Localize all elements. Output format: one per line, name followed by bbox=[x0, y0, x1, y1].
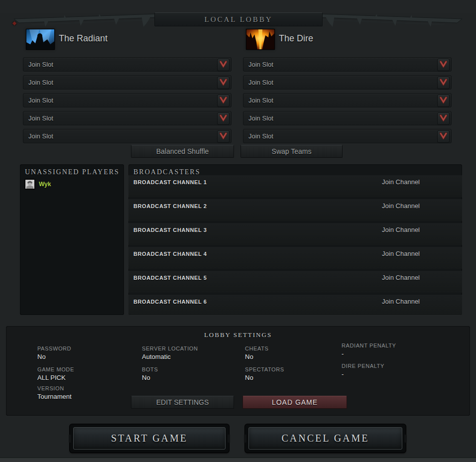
setting-label: PASSWORD bbox=[37, 346, 71, 351]
slot-label: Join Slot bbox=[23, 94, 231, 107]
unassigned-players-title: UNASSIGNED PLAYERS bbox=[20, 164, 124, 176]
setting-value: No bbox=[37, 353, 71, 360]
setting-label: VERSION bbox=[37, 385, 72, 391]
slot-label: Join Slot bbox=[243, 129, 451, 143]
setting-dire-penalty: DIRE PENALTY - bbox=[342, 363, 384, 378]
setting-label: SPECTATORS bbox=[245, 366, 284, 372]
setting-value: No bbox=[245, 353, 268, 360]
player-row[interactable]: Wyk bbox=[25, 179, 51, 189]
join-channel-link[interactable]: Join Channel bbox=[382, 274, 420, 281]
slot-label: Join Slot bbox=[23, 76, 231, 89]
chevron-down-icon[interactable] bbox=[217, 59, 230, 71]
edit-settings-button[interactable]: EDIT SETTINGS bbox=[131, 396, 234, 409]
setting-bots: BOTS No bbox=[142, 366, 158, 381]
page-title: LOCAL LOBBY bbox=[154, 12, 323, 26]
balanced-shuffle-button[interactable]: Balanced Shuffle bbox=[131, 145, 234, 158]
lobby-settings-title: LOBBY SETTINGS bbox=[6, 331, 470, 339]
radiant-slot-5[interactable]: Join Slot bbox=[23, 129, 232, 143]
setting-value: No bbox=[142, 374, 158, 381]
radiant-slot-1[interactable]: Join Slot bbox=[23, 57, 232, 72]
setting-label: DIRE PENALTY bbox=[342, 363, 384, 369]
header-thorn-ornament-right bbox=[321, 13, 462, 28]
broadcast-channel-name: BROADCAST CHANNEL 1 bbox=[133, 179, 207, 185]
swap-teams-button[interactable]: Swap Teams bbox=[240, 145, 343, 158]
cancel-game-button[interactable]: CANCEL GAME bbox=[245, 424, 406, 453]
setting-label: BOTS bbox=[142, 366, 158, 372]
setting-cheats: CHEATS No bbox=[245, 346, 268, 360]
setting-value: ALL PICK bbox=[37, 374, 74, 381]
start-game-label: START GAME bbox=[73, 427, 226, 450]
setting-value: - bbox=[342, 350, 396, 357]
dire-slot-5[interactable]: Join Slot bbox=[243, 129, 452, 143]
broadcasters-title: BROADCASTERS bbox=[128, 164, 462, 176]
setting-value: Tournament bbox=[37, 393, 72, 400]
join-channel-link[interactable]: Join Channel bbox=[382, 178, 420, 186]
dire-slot-1[interactable]: Join Slot bbox=[243, 57, 452, 72]
setting-spectators: SPECTATORS No bbox=[245, 366, 284, 381]
setting-server-location: SERVER LOCATION Automatic bbox=[142, 346, 198, 360]
broadcast-channel-name: BROADCAST CHANNEL 4 bbox=[133, 251, 207, 257]
corner-gem-ornament bbox=[12, 21, 16, 25]
broadcast-channel-row: BROADCAST CHANNEL 3 Join Channel bbox=[128, 223, 462, 245]
chevron-down-icon[interactable] bbox=[437, 113, 450, 125]
radiant-slot-3[interactable]: Join Slot bbox=[23, 93, 232, 108]
setting-radiant-penalty: RADIANT PENALTY - bbox=[342, 343, 396, 357]
start-game-button[interactable]: START GAME bbox=[70, 424, 229, 453]
dire-icon bbox=[246, 29, 275, 50]
broadcast-channel-name: BROADCAST CHANNEL 2 bbox=[133, 203, 207, 209]
player-name: Wyk bbox=[39, 181, 51, 188]
slot-label: Join Slot bbox=[243, 94, 451, 107]
chevron-down-icon[interactable] bbox=[217, 77, 230, 89]
slot-label: Join Slot bbox=[23, 112, 231, 125]
dire-slot-3[interactable]: Join Slot bbox=[243, 93, 452, 108]
player-avatar bbox=[25, 179, 35, 189]
broadcasters-panel: BROADCASTERS BROADCAST CHANNEL 1 Join Ch… bbox=[128, 164, 462, 315]
dire-slot-4[interactable]: Join Slot bbox=[243, 111, 452, 125]
chevron-down-icon[interactable] bbox=[437, 77, 450, 89]
cancel-game-label: CANCEL GAME bbox=[248, 427, 402, 450]
broadcast-channel-row: BROADCAST CHANNEL 5 Join Channel bbox=[128, 271, 462, 293]
slot-label: Join Slot bbox=[23, 129, 231, 143]
broadcast-channel-name: BROADCAST CHANNEL 3 bbox=[133, 227, 207, 233]
setting-label: RADIANT PENALTY bbox=[342, 343, 396, 348]
chevron-down-icon[interactable] bbox=[437, 95, 450, 107]
slot-label: Join Slot bbox=[243, 76, 451, 89]
setting-game-mode: GAME MODE ALL PICK bbox=[37, 366, 74, 381]
chevron-down-icon[interactable] bbox=[437, 59, 450, 71]
broadcast-channel-row: BROADCAST CHANNEL 4 Join Channel bbox=[128, 247, 462, 269]
setting-value: - bbox=[342, 370, 384, 378]
setting-label: SERVER LOCATION bbox=[142, 346, 198, 351]
bottom-strip bbox=[0, 458, 476, 462]
chevron-down-icon[interactable] bbox=[217, 113, 230, 125]
broadcast-channel-row: BROADCAST CHANNEL 6 Join Channel bbox=[128, 295, 462, 315]
setting-value: Automatic bbox=[142, 353, 198, 360]
radiant-slot-4[interactable]: Join Slot bbox=[23, 111, 232, 125]
chevron-down-icon[interactable] bbox=[217, 130, 230, 143]
slot-label: Join Slot bbox=[243, 58, 451, 71]
top-strip bbox=[0, 0, 476, 13]
broadcast-channel-row: BROADCAST CHANNEL 1 Join Channel bbox=[128, 175, 462, 197]
slot-label: Join Slot bbox=[23, 58, 231, 71]
join-channel-link[interactable]: Join Channel bbox=[382, 226, 420, 233]
header-thorn-ornament-left bbox=[14, 13, 155, 28]
radiant-slot-2[interactable]: Join Slot bbox=[23, 75, 232, 90]
broadcast-channel-row: BROADCAST CHANNEL 2 Join Channel bbox=[128, 199, 462, 221]
setting-label: GAME MODE bbox=[37, 366, 74, 372]
dire-slot-2[interactable]: Join Slot bbox=[243, 75, 452, 90]
join-channel-link[interactable]: Join Channel bbox=[382, 202, 420, 210]
join-channel-link[interactable]: Join Channel bbox=[382, 250, 420, 257]
lobby-settings-panel: LOBBY SETTINGS bbox=[6, 326, 470, 416]
setting-version: VERSION Tournament bbox=[37, 385, 72, 400]
chevron-down-icon[interactable] bbox=[437, 130, 450, 143]
join-channel-link[interactable]: Join Channel bbox=[382, 298, 420, 305]
broadcast-channel-name: BROADCAST CHANNEL 6 bbox=[133, 299, 207, 305]
load-game-button[interactable]: LOAD GAME bbox=[242, 396, 347, 409]
radiant-icon bbox=[26, 29, 55, 50]
dire-team-name: The Dire bbox=[279, 33, 313, 44]
setting-label: CHEATS bbox=[245, 346, 268, 351]
unassigned-players-panel: UNASSIGNED PLAYERS Wyk bbox=[20, 164, 124, 315]
chevron-down-icon[interactable] bbox=[217, 95, 230, 107]
radiant-team-name: The Radiant bbox=[59, 33, 108, 44]
setting-value: No bbox=[245, 374, 284, 381]
local-lobby-screen: LOCAL LOBBY The Radiant bbox=[0, 0, 476, 462]
